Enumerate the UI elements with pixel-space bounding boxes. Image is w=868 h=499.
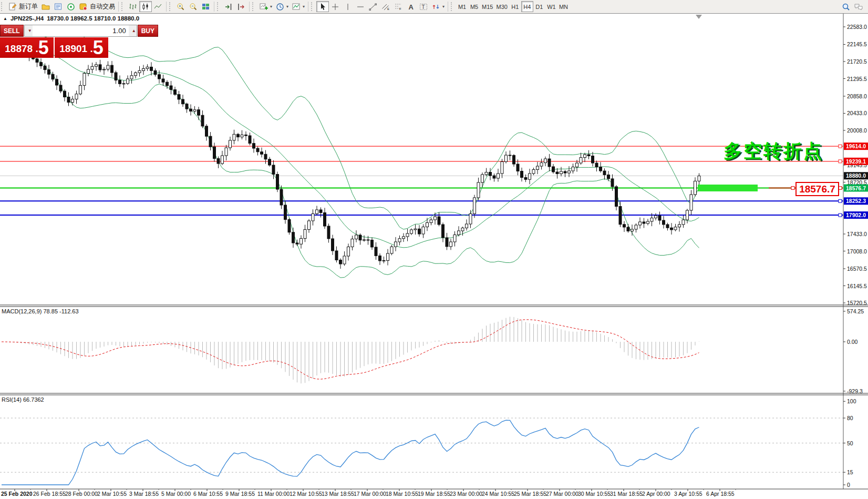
chart-title: ▲ JPN225-,H4 18730.0 18962.5 18710.0 188…: [3, 15, 139, 22]
sell-price-tile[interactable]: 18878 .5: [0, 37, 54, 58]
timeframe-mn[interactable]: MN: [557, 1, 570, 12]
autotrade-icon: [79, 2, 88, 12]
timeframe-h1[interactable]: H1: [509, 1, 521, 12]
svg-text:2 Mar 10:55: 2 Mar 10:55: [97, 491, 127, 497]
trendline-icon: [368, 2, 378, 12]
timeframe-h1-label: H1: [511, 4, 519, 10]
volume-decrease-button[interactable]: ▼: [25, 25, 33, 36]
trendline-button[interactable]: [367, 1, 379, 12]
timeframe-m30[interactable]: M30: [494, 1, 509, 12]
toolbar-separator: [214, 2, 214, 12]
timeframe-w1[interactable]: W1: [545, 1, 557, 12]
chevron-down-icon[interactable]: ▾: [270, 5, 272, 9]
search-button[interactable]: [840, 1, 852, 12]
toolbar-grip[interactable]: [451, 2, 454, 11]
toolbar-grip[interactable]: [121, 2, 125, 11]
toolbar-grip[interactable]: [1, 2, 5, 11]
text-button[interactable]: A: [405, 1, 417, 12]
chart-shift-button[interactable]: [235, 1, 247, 12]
price-level-label[interactable]: 18576.7: [795, 182, 839, 196]
chevron-down-icon[interactable]: ▾: [442, 5, 445, 9]
zoom-in-button[interactable]: [174, 1, 187, 12]
candle-chart-icon: [141, 2, 150, 12]
vertical-line-button[interactable]: [342, 1, 354, 12]
collapse-triangle-icon[interactable]: ▲: [3, 16, 7, 21]
timeframe-m1[interactable]: M1: [456, 1, 468, 12]
svg-text:17 Mar 00:00: 17 Mar 00:00: [354, 491, 386, 497]
navigator-button[interactable]: [65, 1, 77, 12]
fibonacci-button[interactable]: F: [392, 1, 405, 12]
timeframe-d1-label: D1: [535, 4, 543, 10]
indicators-button[interactable]: ▾: [290, 1, 306, 12]
tile-windows-button[interactable]: [200, 1, 212, 12]
svg-text:100: 100: [847, 398, 856, 404]
bull-bear-turning-point-annotation[interactable]: 多空转折点: [724, 139, 823, 164]
toolbar-grip[interactable]: [252, 2, 256, 11]
timeframe-m15[interactable]: M15: [480, 1, 494, 12]
chat-button[interactable]: [852, 1, 865, 12]
macd-values: 78.85 -112.63: [43, 308, 78, 314]
arrows-icon: [431, 2, 441, 12]
new-order-button[interactable]: 新订单: [6, 1, 39, 12]
zoom-out-button[interactable]: [187, 1, 200, 12]
svg-text:17433.0: 17433.0: [847, 231, 867, 237]
chart-surface[interactable]: 22583.022145.521720.521295.520858.020433…: [0, 0, 868, 499]
svg-text:A: A: [409, 3, 414, 11]
sell-price-big-digit: 5: [38, 39, 49, 57]
time-axis[interactable]: 25 Feb 202026 Feb 18:5528 Feb 00:002 Mar…: [1, 489, 736, 497]
svg-text:12 Mar 10:55: 12 Mar 10:55: [290, 491, 322, 497]
main-toolbar: 新订单自动交易▾▾▾EFAT▾M1M5M15M30H1H4D1W1MN: [0, 0, 868, 14]
label-button[interactable]: T: [417, 1, 430, 12]
toolbar-grip[interactable]: [311, 2, 315, 11]
auto-scroll-icon: [224, 2, 233, 12]
equidistant-channel-button[interactable]: E: [379, 1, 392, 12]
svg-text:22145.5: 22145.5: [847, 41, 867, 47]
profiles-button[interactable]: [39, 1, 52, 12]
auto-scroll-button[interactable]: [222, 1, 235, 12]
cursor-icon: [318, 2, 327, 12]
line-chart-button[interactable]: [152, 1, 164, 12]
svg-text:15: 15: [847, 469, 853, 475]
svg-text:19614.0: 19614.0: [846, 143, 866, 149]
timeframe-m5[interactable]: M5: [468, 1, 480, 12]
toolbar-grip[interactable]: [217, 2, 221, 11]
rsi-value: 66.7362: [23, 396, 44, 403]
line-anchor-handle[interactable]: [839, 213, 842, 217]
candlestick-chart-button[interactable]: [139, 1, 152, 12]
svg-text:30 Mar 10:55: 30 Mar 10:55: [578, 491, 611, 497]
arrows-button[interactable]: ▾: [430, 1, 446, 12]
svg-text:27 Mar 00:00: 27 Mar 00:00: [546, 491, 578, 497]
svg-text:80: 80: [847, 415, 853, 421]
toolbar-grip[interactable]: [169, 2, 173, 11]
timeframe-d1[interactable]: D1: [533, 1, 545, 12]
volume-increase-button[interactable]: ▲: [129, 25, 137, 36]
buy-price-tile[interactable]: 18901 .5: [55, 37, 108, 58]
timeframe-w1-label: W1: [547, 4, 556, 10]
line-anchor-handle[interactable]: [839, 160, 842, 163]
market-watch-button[interactable]: [52, 1, 65, 12]
buy-price: 18901 .: [59, 41, 92, 57]
volume-input[interactable]: [33, 25, 129, 36]
auto-trading-button-label: 自动交易: [90, 2, 115, 11]
svg-text:E: E: [387, 7, 389, 11]
timeframe-h4-label: H4: [523, 4, 531, 10]
periods-button[interactable]: ▾: [274, 1, 290, 12]
cursor-button[interactable]: [316, 1, 329, 12]
line-anchor-handle[interactable]: [839, 199, 842, 202]
line-anchor-handle[interactable]: [839, 145, 842, 148]
sell-button[interactable]: SELL: [0, 25, 24, 37]
crosshair-button[interactable]: [329, 1, 342, 12]
line-anchor-handle[interactable]: [791, 187, 794, 190]
support-zone-highlight[interactable]: [698, 185, 758, 191]
indicators-icon: [292, 2, 301, 12]
svg-text:25 Feb 2020: 25 Feb 2020: [1, 491, 33, 497]
zoom-in-icon: [176, 2, 185, 12]
timeframe-h4[interactable]: H4: [521, 1, 533, 12]
chevron-down-icon[interactable]: ▾: [303, 5, 305, 9]
bar-chart-button[interactable]: [127, 1, 139, 12]
chevron-down-icon[interactable]: ▾: [286, 5, 288, 9]
new-chart-button[interactable]: ▾: [257, 1, 274, 12]
horizontal-line-button[interactable]: [354, 1, 367, 12]
buy-button[interactable]: BUY: [138, 25, 158, 37]
auto-trading-button[interactable]: 自动交易: [77, 1, 117, 12]
